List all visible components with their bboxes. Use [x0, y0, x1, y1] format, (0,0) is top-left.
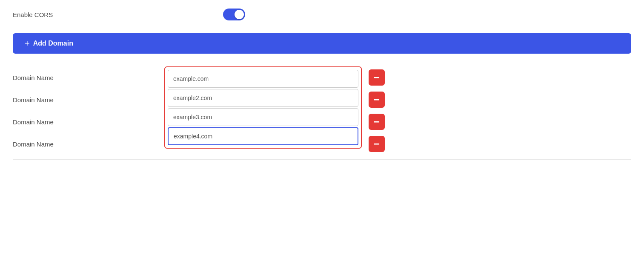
inputs-box — [164, 66, 362, 149]
toggle-knob — [235, 10, 244, 19]
remove-buttons-column: −−−− — [369, 66, 385, 155]
divider — [13, 159, 631, 160]
domain-label-0: Domain Name — [13, 66, 157, 89]
plus-icon: + — [25, 39, 30, 48]
remove-domain-button-1[interactable]: − — [369, 92, 385, 108]
domain-rows-wrapper: Domain NameDomain NameDomain NameDomain … — [13, 66, 631, 155]
cors-label: Enable CORS — [13, 11, 53, 18]
domain-input-2[interactable] — [168, 108, 358, 126]
remove-btn-wrapper-2: − — [369, 111, 385, 133]
remove-domain-button-2[interactable]: − — [369, 114, 385, 130]
remove-domain-button-3[interactable]: − — [369, 136, 385, 152]
domain-label-3: Domain Name — [13, 133, 157, 155]
domain-input-1[interactable] — [168, 89, 358, 107]
domain-label-2: Domain Name — [13, 111, 157, 133]
add-domain-button[interactable]: + Add Domain — [13, 33, 631, 54]
cors-row: Enable CORS — [13, 9, 631, 20]
page-container: Enable CORS + Add Domain Domain NameDoma… — [0, 0, 644, 267]
remove-btn-wrapper-3: − — [369, 133, 385, 155]
remove-domain-button-0[interactable]: − — [369, 69, 385, 86]
remove-btn-wrapper-0: − — [369, 66, 385, 89]
remove-btn-wrapper-1: − — [369, 89, 385, 111]
labels-column: Domain NameDomain NameDomain NameDomain … — [13, 66, 157, 155]
cors-toggle[interactable] — [223, 9, 245, 20]
domain-label-1: Domain Name — [13, 89, 157, 111]
domain-input-0[interactable] — [168, 70, 358, 88]
add-domain-label: Add Domain — [33, 40, 73, 47]
domain-input-3[interactable] — [168, 127, 358, 145]
domain-rows-area: Domain NameDomain NameDomain NameDomain … — [13, 66, 631, 155]
